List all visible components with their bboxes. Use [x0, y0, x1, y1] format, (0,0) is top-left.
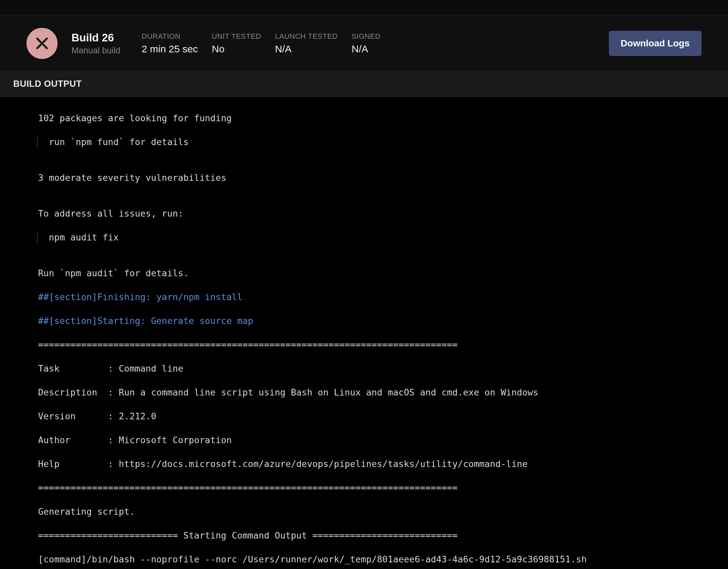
- build-status-failed-icon: [26, 28, 58, 59]
- build-output-header: BUILD OUTPUT: [0, 71, 728, 97]
- metric-value: 2 min 25 sec: [142, 43, 198, 55]
- build-header: Build 26 Manual build DURATION 2 min 25 …: [0, 15, 728, 71]
- metric-value: N/A: [352, 43, 391, 55]
- build-title: Build 26: [71, 31, 128, 44]
- top-bar: [0, 0, 728, 15]
- log-line: Author : Microsoft Corporation: [38, 434, 728, 446]
- log-line: 3 moderate severity vulnerabilities: [38, 172, 728, 184]
- metric-value: N/A: [275, 43, 338, 55]
- metric-unit-tested: UNIT TESTED No: [212, 32, 261, 55]
- log-line: npm audit fix: [38, 231, 728, 243]
- log-line-section: ##[section]Starting: Generate source map: [38, 315, 728, 327]
- metric-duration: DURATION 2 min 25 sec: [142, 32, 198, 55]
- log-line: ========================== Starting Comm…: [38, 530, 728, 542]
- metric-value: No: [212, 43, 261, 55]
- metric-label: DURATION: [142, 32, 198, 41]
- metric-label: LAUNCH TESTED: [275, 32, 338, 41]
- log-line-section: ##[section]Finishing: yarn/npm install: [38, 291, 728, 303]
- metric-label: UNIT TESTED: [212, 32, 261, 41]
- log-line: Description : Run a command line script …: [38, 387, 728, 399]
- metric-launch-tested: LAUNCH TESTED N/A: [275, 32, 338, 55]
- log-line: Help : https://docs.microsoft.com/azure/…: [38, 458, 728, 470]
- log-line: To address all issues, run:: [38, 208, 728, 219]
- metric-signed: SIGNED N/A: [352, 32, 391, 55]
- log-line: ========================================…: [38, 482, 728, 494]
- log-line: ========================================…: [38, 339, 728, 351]
- log-line: run `npm fund` for details: [38, 136, 728, 148]
- log-line: Run `npm audit` for details.: [38, 267, 728, 279]
- build-title-block: Build 26 Manual build: [71, 31, 128, 56]
- close-icon: [35, 36, 49, 51]
- log-line: [command]/bin/bash --noprofile --norc /U…: [38, 553, 728, 565]
- metric-label: SIGNED: [352, 32, 391, 41]
- log-line: Version : 2.212.0: [38, 410, 728, 422]
- download-logs-button[interactable]: Download Logs: [609, 31, 702, 56]
- log-line: Generating script.: [38, 506, 728, 518]
- build-log-output[interactable]: 102 packages are looking for funding run…: [0, 97, 728, 569]
- log-line: Task : Command line: [38, 363, 728, 375]
- build-subtitle: Manual build: [71, 45, 128, 56]
- log-line: 102 packages are looking for funding: [38, 112, 728, 124]
